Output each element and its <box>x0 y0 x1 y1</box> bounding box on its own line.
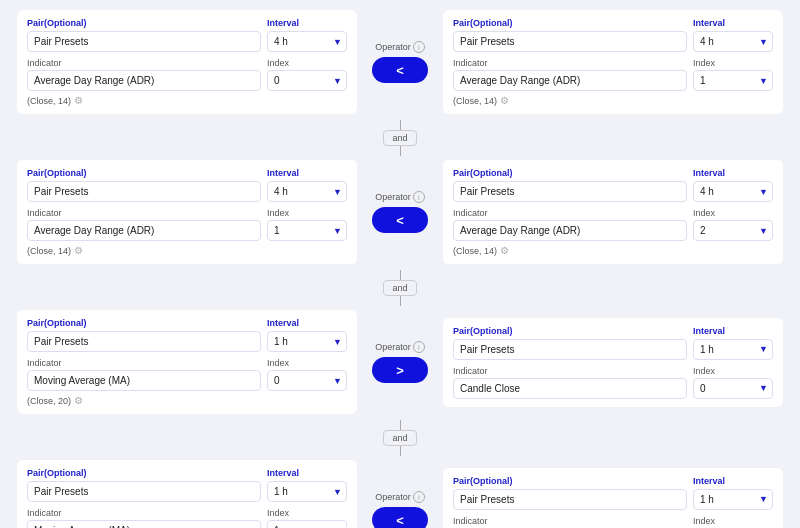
index-label: Index <box>693 58 773 68</box>
indicator-select[interactable]: Average Day Range (ADR) <box>453 220 687 241</box>
footer-value: (Close, 14) <box>27 96 71 106</box>
index-select[interactable]: 1 <box>267 220 347 241</box>
operator-text: Operator <box>375 342 411 352</box>
pair-wrapper: Pair(Optional) Pair Presets <box>453 18 687 52</box>
pair-label: Pair(Optional) <box>27 468 261 478</box>
footer-text: (Close, 20) ⚙ <box>27 395 347 406</box>
pair-select[interactable]: Pair Presets <box>453 489 687 510</box>
index-select[interactable]: 2 <box>693 220 773 241</box>
interval-select[interactable]: 1 h <box>267 331 347 352</box>
index-select[interactable]: 0 <box>693 378 773 399</box>
indicator-wrapper: Indicator Candle Close <box>453 366 687 399</box>
info-icon[interactable]: i <box>413 191 425 203</box>
index-wrapper: Index 0 ▼ <box>267 358 347 391</box>
interval-select[interactable]: 4 h <box>267 181 347 202</box>
condition-row-4: Pair(Optional) Pair Presets Interval 1 h… <box>8 460 792 528</box>
pair-select[interactable]: Pair Presets <box>27 31 261 52</box>
interval-label: Interval <box>267 468 347 478</box>
condition-card-left: Pair(Optional) Pair Presets Interval 4 h… <box>17 160 357 264</box>
index-select[interactable]: 0 <box>267 370 347 391</box>
gear-icon[interactable]: ⚙ <box>74 95 83 106</box>
interval-wrapper: Interval 1 h ▼ <box>267 318 347 352</box>
indicator-select[interactable]: Average Day Range (ADR) <box>453 70 687 91</box>
pair-wrapper: Pair(Optional) Pair Presets <box>27 168 261 202</box>
operator-button[interactable]: > <box>372 357 428 383</box>
gear-icon[interactable]: ⚙ <box>500 245 509 256</box>
indicator-wrapper: Indicator Average Day Range (ADR) <box>27 208 261 241</box>
pair-select[interactable]: Pair Presets <box>453 31 687 52</box>
interval-select[interactable]: 4 h <box>693 31 773 52</box>
interval-select[interactable]: 1 h <box>693 489 773 510</box>
info-icon[interactable]: i <box>413 491 425 503</box>
interval-select[interactable]: 4 h <box>267 31 347 52</box>
pair-label: Pair(Optional) <box>453 18 687 28</box>
interval-select[interactable]: 4 h <box>693 181 773 202</box>
interval-wrapper: Interval 1 h ▼ <box>693 326 773 360</box>
gear-icon[interactable]: ⚙ <box>500 95 509 106</box>
operator-label: Operator i <box>375 41 425 53</box>
condition-card-left: Pair(Optional) Pair Presets Interval 1 h… <box>17 310 357 414</box>
interval-wrapper: Interval 4 h ▼ <box>267 18 347 52</box>
index-select[interactable]: 0 <box>267 70 347 91</box>
interval-wrapper: Interval 1 h ▼ <box>267 468 347 502</box>
pair-select[interactable]: Pair Presets <box>453 339 687 360</box>
index-wrapper: Index 2 ▼ <box>693 208 773 241</box>
operator-button[interactable]: < <box>372 57 428 83</box>
indicator-label: Indicator <box>27 358 261 368</box>
info-icon[interactable]: i <box>413 341 425 353</box>
operator-section: Operator i < <box>365 41 435 83</box>
connector-line <box>400 296 401 306</box>
operator-text: Operator <box>375 492 411 502</box>
indicator-select[interactable]: Moving Average (MA) <box>27 520 261 528</box>
indicator-label: Indicator <box>453 58 687 68</box>
condition-card-right: Pair(Optional) Pair Presets Interval 4 h… <box>443 10 783 114</box>
page: Pair(Optional) Pair Presets Interval 4 h… <box>0 0 800 528</box>
index-label: Index <box>267 58 347 68</box>
indicator-wrapper: Indicator Moving Average (MA) <box>27 508 261 528</box>
index-label: Index <box>693 366 773 376</box>
operator-button[interactable]: < <box>372 507 428 528</box>
pair-label: Pair(Optional) <box>453 168 687 178</box>
and-connector: and <box>8 120 792 156</box>
gear-icon[interactable]: ⚙ <box>74 395 83 406</box>
indicator-select[interactable]: Average Day Range (ADR) <box>27 220 261 241</box>
connector-line <box>400 146 401 156</box>
index-select[interactable]: 1 <box>267 520 347 528</box>
index-label: Index <box>267 508 347 518</box>
index-label: Index <box>267 208 347 218</box>
interval-label: Interval <box>267 318 347 328</box>
gear-icon[interactable]: ⚙ <box>74 245 83 256</box>
footer-text: (Close, 14) ⚙ <box>453 95 773 106</box>
info-icon[interactable]: i <box>413 41 425 53</box>
indicator-select[interactable]: Moving Average (MA) <box>27 370 261 391</box>
pair-wrapper: Pair(Optional) Pair Presets <box>453 476 687 510</box>
indicator-select[interactable]: Candle Close <box>453 378 687 399</box>
operator-button[interactable]: < <box>372 207 428 233</box>
condition-row-2: Pair(Optional) Pair Presets Interval 4 h… <box>8 160 792 264</box>
pair-select[interactable]: Pair Presets <box>27 331 261 352</box>
interval-label: Interval <box>693 326 773 336</box>
interval-label: Interval <box>267 168 347 178</box>
footer-text: (Close, 14) ⚙ <box>27 245 347 256</box>
pair-select[interactable]: Pair Presets <box>453 181 687 202</box>
interval-wrapper: Interval 4 h ▼ <box>693 18 773 52</box>
condition-card-right: Pair(Optional) Pair Presets Interval 1 h… <box>443 468 783 529</box>
condition-card-left: Pair(Optional) Pair Presets Interval 1 h… <box>17 460 357 528</box>
interval-label: Interval <box>693 18 773 28</box>
index-select[interactable]: 1 <box>693 70 773 91</box>
pair-select[interactable]: Pair Presets <box>27 181 261 202</box>
pair-wrapper: Pair(Optional) Pair Presets <box>453 168 687 202</box>
pair-select[interactable]: Pair Presets <box>27 481 261 502</box>
interval-select[interactable]: 1 h <box>267 481 347 502</box>
pair-label: Pair(Optional) <box>27 168 261 178</box>
operator-label: Operator i <box>375 341 425 353</box>
interval-select[interactable]: 1 h <box>693 339 773 360</box>
interval-label: Interval <box>693 168 773 178</box>
indicator-label: Indicator <box>27 58 261 68</box>
indicator-select[interactable]: Average Day Range (ADR) <box>27 70 261 91</box>
index-wrapper: Index 1 ▼ <box>693 516 773 529</box>
pair-label: Pair(Optional) <box>453 326 687 336</box>
indicator-label: Indicator <box>27 508 261 518</box>
condition-card-right: Pair(Optional) Pair Presets Interval 1 h… <box>443 318 783 407</box>
index-label: Index <box>267 358 347 368</box>
